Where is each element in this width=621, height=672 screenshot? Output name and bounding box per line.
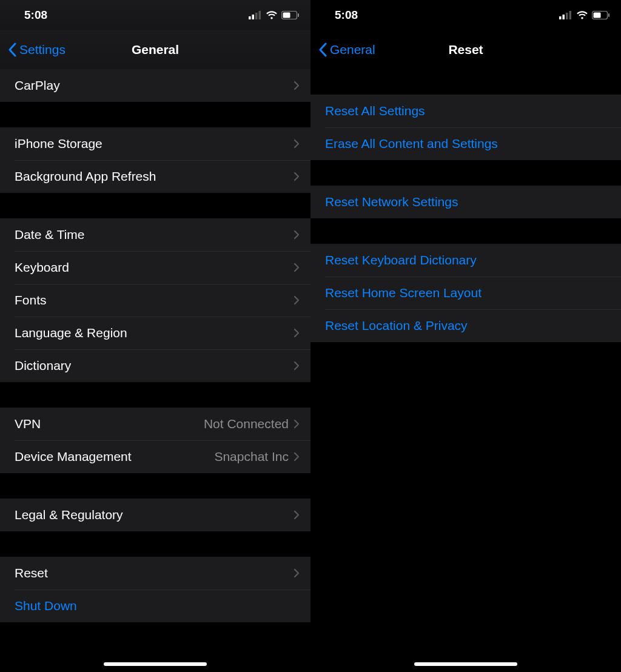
back-label: General bbox=[330, 42, 375, 57]
row-label: Language & Region bbox=[15, 326, 294, 340]
back-button[interactable]: General bbox=[318, 42, 375, 57]
battery-icon bbox=[281, 11, 300, 19]
cellular-signal-icon bbox=[559, 11, 572, 19]
row-background-app-refresh[interactable]: Background App Refresh bbox=[0, 160, 310, 193]
row-reset-all-settings[interactable]: Reset All Settings bbox=[310, 95, 621, 127]
chevron-right-icon bbox=[294, 230, 300, 240]
svg-rect-8 bbox=[563, 15, 565, 19]
row-label: Reset Keyboard Dictionary bbox=[325, 253, 610, 267]
home-indicator[interactable] bbox=[104, 662, 207, 666]
battery-icon bbox=[592, 11, 610, 19]
row-reset[interactable]: Reset bbox=[0, 557, 310, 590]
row-language-region[interactable]: Language & Region bbox=[0, 317, 310, 349]
chevron-left-icon bbox=[318, 42, 327, 57]
status-icons bbox=[249, 11, 300, 19]
svg-rect-13 bbox=[608, 13, 609, 17]
row-label: iPhone Storage bbox=[15, 136, 294, 151]
svg-rect-0 bbox=[249, 16, 251, 19]
nav-bar: General Reset bbox=[310, 30, 621, 69]
row-dictionary[interactable]: Dictionary bbox=[0, 349, 310, 382]
row-shut-down[interactable]: Shut Down bbox=[0, 590, 310, 622]
nav-title: General bbox=[132, 42, 179, 57]
row-device-management[interactable]: Device Management Snapchat Inc bbox=[0, 440, 310, 473]
row-label: VPN bbox=[15, 417, 204, 431]
status-bar: 5:08 bbox=[0, 0, 310, 30]
chevron-right-icon bbox=[294, 328, 300, 338]
status-time: 5:08 bbox=[335, 8, 358, 22]
svg-rect-3 bbox=[259, 11, 261, 19]
chevron-right-icon bbox=[294, 172, 300, 181]
nav-title: Reset bbox=[448, 42, 483, 57]
general-settings-screen: 5:08 Settings General CarPlay iPhon bbox=[0, 0, 310, 672]
row-label: Background App Refresh bbox=[15, 169, 294, 184]
row-label: Reset All Settings bbox=[325, 104, 610, 118]
row-value: Snapchat Inc bbox=[214, 449, 289, 464]
back-button[interactable]: Settings bbox=[7, 42, 65, 57]
row-erase-all-content[interactable]: Erase All Content and Settings bbox=[310, 127, 621, 160]
chevron-right-icon bbox=[294, 361, 300, 371]
row-reset-network-settings[interactable]: Reset Network Settings bbox=[310, 186, 621, 218]
row-label: Legal & Regulatory bbox=[15, 508, 294, 522]
chevron-right-icon bbox=[294, 263, 300, 272]
row-label: Erase All Content and Settings bbox=[325, 136, 610, 151]
row-reset-home-screen-layout[interactable]: Reset Home Screen Layout bbox=[310, 277, 621, 309]
svg-rect-7 bbox=[559, 16, 562, 19]
chevron-right-icon bbox=[294, 139, 300, 149]
row-label: Keyboard bbox=[15, 260, 294, 275]
row-label: Date & Time bbox=[15, 227, 294, 242]
svg-rect-6 bbox=[298, 13, 299, 17]
chevron-right-icon bbox=[294, 452, 300, 462]
row-carplay[interactable]: CarPlay bbox=[0, 69, 310, 102]
row-label: Shut Down bbox=[15, 599, 300, 613]
row-keyboard[interactable]: Keyboard bbox=[0, 251, 310, 284]
chevron-left-icon bbox=[7, 42, 17, 57]
reset-screen: 5:08 General Reset Reset All Settings Er… bbox=[310, 0, 621, 672]
svg-rect-10 bbox=[569, 11, 572, 19]
svg-rect-1 bbox=[252, 15, 255, 19]
row-value: Not Connected bbox=[204, 417, 289, 431]
chevron-right-icon bbox=[294, 81, 300, 90]
wifi-icon bbox=[266, 11, 278, 19]
status-bar: 5:08 bbox=[310, 0, 621, 30]
row-iphone-storage[interactable]: iPhone Storage bbox=[0, 127, 310, 160]
row-date-time[interactable]: Date & Time bbox=[0, 218, 310, 251]
svg-rect-2 bbox=[255, 13, 258, 19]
row-legal-regulatory[interactable]: Legal & Regulatory bbox=[0, 499, 310, 531]
row-vpn[interactable]: VPN Not Connected bbox=[0, 408, 310, 440]
wifi-icon bbox=[576, 11, 588, 19]
home-indicator[interactable] bbox=[414, 662, 517, 666]
chevron-right-icon bbox=[294, 568, 300, 578]
svg-rect-5 bbox=[283, 13, 290, 18]
row-label: Reset Home Screen Layout bbox=[325, 286, 610, 300]
chevron-right-icon bbox=[294, 419, 300, 429]
row-reset-location-privacy[interactable]: Reset Location & Privacy bbox=[310, 309, 621, 342]
status-icons bbox=[559, 11, 610, 19]
row-label: Fonts bbox=[15, 293, 294, 307]
chevron-right-icon bbox=[294, 295, 300, 305]
row-label: Reset Network Settings bbox=[325, 195, 610, 209]
cellular-signal-icon bbox=[249, 11, 262, 19]
row-label: Dictionary bbox=[15, 358, 294, 373]
row-fonts[interactable]: Fonts bbox=[0, 284, 310, 317]
row-label: CarPlay bbox=[15, 78, 294, 93]
nav-bar: Settings General bbox=[0, 30, 310, 69]
row-label: Reset bbox=[15, 566, 294, 580]
row-label: Reset Location & Privacy bbox=[325, 318, 610, 333]
status-time: 5:08 bbox=[24, 8, 47, 22]
back-label: Settings bbox=[19, 42, 65, 57]
row-label: Device Management bbox=[15, 449, 214, 464]
svg-rect-9 bbox=[566, 13, 568, 19]
row-reset-keyboard-dictionary[interactable]: Reset Keyboard Dictionary bbox=[310, 244, 621, 277]
svg-rect-12 bbox=[594, 13, 601, 18]
chevron-right-icon bbox=[294, 510, 300, 520]
